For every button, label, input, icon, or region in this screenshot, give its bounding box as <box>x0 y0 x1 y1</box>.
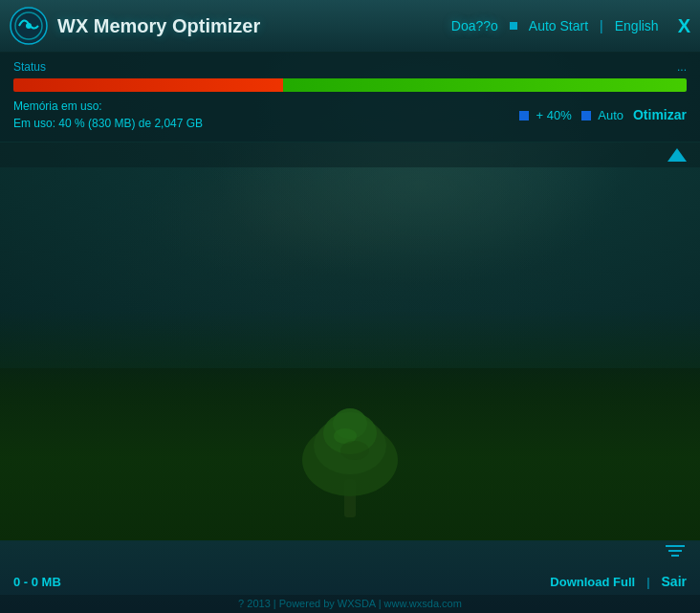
nav-pipe: | <box>600 18 603 33</box>
donate-indicator <box>510 22 517 30</box>
memory-range-label: 0 - 0 MB <box>13 575 61 589</box>
progress-used <box>13 78 283 92</box>
header-navigation: Doa??o Auto Start | English X <box>451 15 690 37</box>
auto-indicator: Auto <box>581 106 623 123</box>
status-header-row: Status ... <box>13 60 687 74</box>
auto-label: Auto <box>598 108 623 122</box>
scroll-up-button[interactable] <box>667 148 687 162</box>
close-button[interactable]: X <box>678 15 690 37</box>
plus40-indicator: + 40% <box>519 106 572 123</box>
download-full-link[interactable]: Download Full <box>550 575 635 589</box>
scroll-up-area <box>0 142 700 167</box>
plus40-color-box <box>519 111 529 120</box>
memory-title: Memória em uso: <box>13 98 203 115</box>
memory-info-row: Memória em uso: Em uso: 40 % (830 MB) de… <box>13 98 687 132</box>
plus40-label: + 40% <box>536 108 572 122</box>
language-selector[interactable]: English <box>615 18 659 33</box>
bottom-main-row: 0 - 0 MB Download Full | Sair <box>0 568 700 595</box>
filter-icon-row <box>0 541 700 568</box>
memory-progress-bar <box>13 78 687 92</box>
copyright-bar: ? 2013 | Powered by WXSDA | www.wxsda.co… <box>0 595 700 613</box>
status-panel: Status ... Memória em uso: Em uso: 40 % … <box>0 53 700 142</box>
svg-point-9 <box>26 23 32 29</box>
optimize-button[interactable]: Otimizar <box>633 107 687 122</box>
filter-icon[interactable] <box>664 543 687 564</box>
bottom-bar: 0 - 0 MB Download Full | Sair ? 2013 | P… <box>0 540 700 613</box>
app-title: WX Memory Optimizer <box>57 15 451 37</box>
status-label: Status <box>13 60 46 74</box>
memory-controls: + 40% Auto Otimizar <box>519 106 687 123</box>
bottom-right-controls: Download Full | Sair <box>550 574 687 589</box>
status-menu[interactable]: ... <box>677 60 687 74</box>
app-logo <box>10 7 48 45</box>
bottom-pipe: | <box>646 575 649 589</box>
header-bar: WX Memory Optimizer Doa??o Auto Start | … <box>0 0 700 53</box>
autostart-link[interactable]: Auto Start <box>529 18 588 33</box>
main-content-area <box>0 167 700 512</box>
exit-button[interactable]: Sair <box>662 574 687 589</box>
auto-color-box <box>581 111 591 120</box>
memory-detail: Em uso: 40 % (830 MB) de 2,047 GB <box>13 115 203 132</box>
progress-free <box>283 78 687 92</box>
copyright-text: ? 2013 | Powered by WXSDA | www.wxsda.co… <box>238 598 462 609</box>
donate-link[interactable]: Doa??o <box>451 18 498 33</box>
memory-text-block: Memória em uso: Em uso: 40 % (830 MB) de… <box>13 98 203 132</box>
